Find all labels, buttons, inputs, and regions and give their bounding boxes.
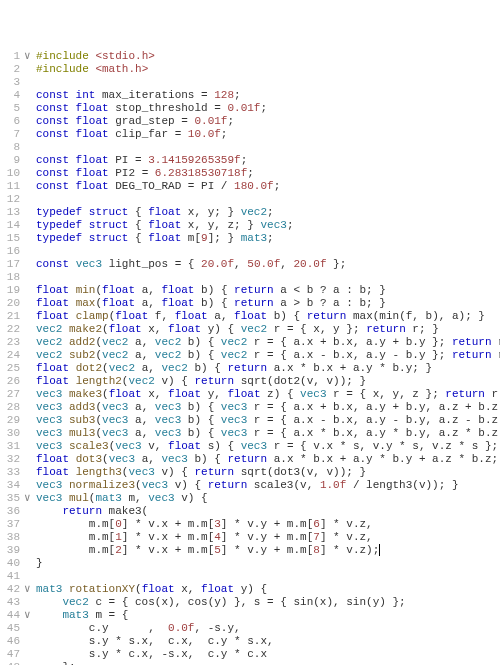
code-line[interactable]: float min(float a, float b) { return a <…: [36, 284, 500, 297]
line-number: 31: [0, 440, 20, 453]
line-number: 21: [0, 310, 20, 323]
line-number: 28: [0, 401, 20, 414]
code-line[interactable]: vec3 normalize3(vec3 v) { return scale3(…: [36, 479, 500, 492]
code-line[interactable]: vec3 make3(float x, float y, float z) { …: [36, 388, 500, 401]
code-line[interactable]: float dot3(vec3 a, vec3 b) { return a.x …: [36, 453, 500, 466]
code-line[interactable]: vec3 sub3(vec3 a, vec3 b) { vec3 r = { a…: [36, 414, 500, 427]
code-line[interactable]: [36, 141, 500, 154]
fold-toggle: [24, 219, 36, 232]
code-line[interactable]: vec3 add3(vec3 a, vec3 b) { vec3 r = { a…: [36, 401, 500, 414]
line-number: 22: [0, 323, 20, 336]
fold-toggle: [24, 362, 36, 375]
line-number: 46: [0, 635, 20, 648]
code-line[interactable]: mat3 m = {: [36, 609, 500, 622]
code-line[interactable]: vec3 scale3(vec3 v, float s) { vec3 r = …: [36, 440, 500, 453]
line-number: 35: [0, 492, 20, 505]
code-area[interactable]: #include <stdio.h>#include <math.h>const…: [36, 48, 500, 665]
code-line[interactable]: vec2 sub2(vec2 a, vec2 b) { vec2 r = { a…: [36, 349, 500, 362]
fold-toggle[interactable]: ∨: [24, 492, 36, 505]
code-line[interactable]: m.m[0] * v.x + m.m[3] * v.y + m.m[6] * v…: [36, 518, 500, 531]
line-number: 47: [0, 648, 20, 661]
code-editor[interactable]: 1234567891011121314151617181920212223242…: [0, 48, 500, 665]
code-line[interactable]: const float PI = 3.14159265359f;: [36, 154, 500, 167]
line-number: 26: [0, 375, 20, 388]
fold-toggle: [24, 648, 36, 661]
fold-toggle: [24, 661, 36, 665]
code-line[interactable]: float clamp(float f, float a, float b) {…: [36, 310, 500, 323]
fold-toggle: [24, 89, 36, 102]
fold-toggle[interactable]: ∨: [24, 583, 36, 596]
code-line[interactable]: const int max_iterations = 128;: [36, 89, 500, 102]
line-number: 7: [0, 128, 20, 141]
line-number: 25: [0, 362, 20, 375]
code-line[interactable]: [36, 570, 500, 583]
fold-toggle: [24, 440, 36, 453]
fold-toggle: [24, 622, 36, 635]
line-number: 32: [0, 453, 20, 466]
fold-toggle: [24, 414, 36, 427]
fold-toggle[interactable]: ∨: [24, 609, 36, 622]
line-number: 42: [0, 583, 20, 596]
code-line[interactable]: m.m[1] * v.x + m.m[4] * v.y + m.m[7] * v…: [36, 531, 500, 544]
code-line[interactable]: float max(float a, float b) { return a >…: [36, 297, 500, 310]
fold-toggle: [24, 284, 36, 297]
fold-toggle[interactable]: ∨: [24, 50, 36, 63]
code-line[interactable]: const float grad_step = 0.01f;: [36, 115, 500, 128]
fold-gutter[interactable]: ∨∨∨∨: [24, 48, 36, 665]
line-number: 16: [0, 245, 20, 258]
code-line[interactable]: vec3 mul3(vec3 a, vec3 b) { vec3 r = { a…: [36, 427, 500, 440]
fold-toggle: [24, 271, 36, 284]
code-line[interactable]: #include <math.h>: [36, 63, 500, 76]
line-number: 1: [0, 50, 20, 63]
code-line[interactable]: [36, 76, 500, 89]
code-line[interactable]: vec2 add2(vec2 a, vec2 b) { vec2 r = { a…: [36, 336, 500, 349]
fold-toggle: [24, 427, 36, 440]
code-line[interactable]: float length3(vec3 v) { return sqrt(dot3…: [36, 466, 500, 479]
code-line[interactable]: vec2 make2(float x, float y) { vec2 r = …: [36, 323, 500, 336]
code-line[interactable]: #include <stdio.h>: [36, 50, 500, 63]
code-line[interactable]: const float DEG_TO_RAD = PI / 180.0f;: [36, 180, 500, 193]
code-line[interactable]: [36, 245, 500, 258]
fold-toggle: [24, 141, 36, 154]
fold-toggle: [24, 180, 36, 193]
code-line[interactable]: const float PI2 = 6.28318530718f;: [36, 167, 500, 180]
code-line[interactable]: vec2 c = { cos(x), cos(y) }, s = { sin(x…: [36, 596, 500, 609]
line-number: 11: [0, 180, 20, 193]
code-line[interactable]: mat3 rotationXY(float x, float y) {: [36, 583, 500, 596]
code-line[interactable]: };: [36, 661, 500, 665]
line-number: 39: [0, 544, 20, 557]
code-line[interactable]: float length2(vec2 v) { return sqrt(dot2…: [36, 375, 500, 388]
fold-toggle: [24, 310, 36, 323]
code-line[interactable]: [36, 193, 500, 206]
code-line[interactable]: return make3(: [36, 505, 500, 518]
line-number: 20: [0, 297, 20, 310]
fold-toggle: [24, 349, 36, 362]
line-number: 15: [0, 232, 20, 245]
fold-toggle: [24, 154, 36, 167]
code-line[interactable]: vec3 mul(mat3 m, vec3 v) {: [36, 492, 500, 505]
code-line[interactable]: const float stop_threshold = 0.01f;: [36, 102, 500, 115]
code-line[interactable]: [36, 271, 500, 284]
fold-toggle: [24, 128, 36, 141]
code-line[interactable]: c.y , 0.0f, -s.y,: [36, 622, 500, 635]
line-number: 41: [0, 570, 20, 583]
fold-toggle: [24, 323, 36, 336]
code-line[interactable]: s.y * s.x, c.x, c.y * s.x,: [36, 635, 500, 648]
code-line[interactable]: typedef struct { float x, y, z; } vec3;: [36, 219, 500, 232]
fold-toggle: [24, 63, 36, 76]
line-number: 43: [0, 596, 20, 609]
code-line[interactable]: float dot2(vec2 a, vec2 b) { return a.x …: [36, 362, 500, 375]
code-line[interactable]: const vec3 light_pos = { 20.0f, 50.0f, 2…: [36, 258, 500, 271]
line-number: 14: [0, 219, 20, 232]
code-line[interactable]: }: [36, 557, 500, 570]
line-number: 18: [0, 271, 20, 284]
code-line[interactable]: typedef struct { float m[9]; } mat3;: [36, 232, 500, 245]
code-line[interactable]: s.y * c.x, -s.x, c.y * c.x: [36, 648, 500, 661]
code-line[interactable]: m.m[2] * v.x + m.m[5] * v.y + m.m[8] * v…: [36, 544, 500, 557]
code-line[interactable]: typedef struct { float x, y; } vec2;: [36, 206, 500, 219]
line-number: 24: [0, 349, 20, 362]
line-number: 48: [0, 661, 20, 665]
fold-toggle: [24, 518, 36, 531]
fold-toggle: [24, 258, 36, 271]
code-line[interactable]: const float clip_far = 10.0f;: [36, 128, 500, 141]
